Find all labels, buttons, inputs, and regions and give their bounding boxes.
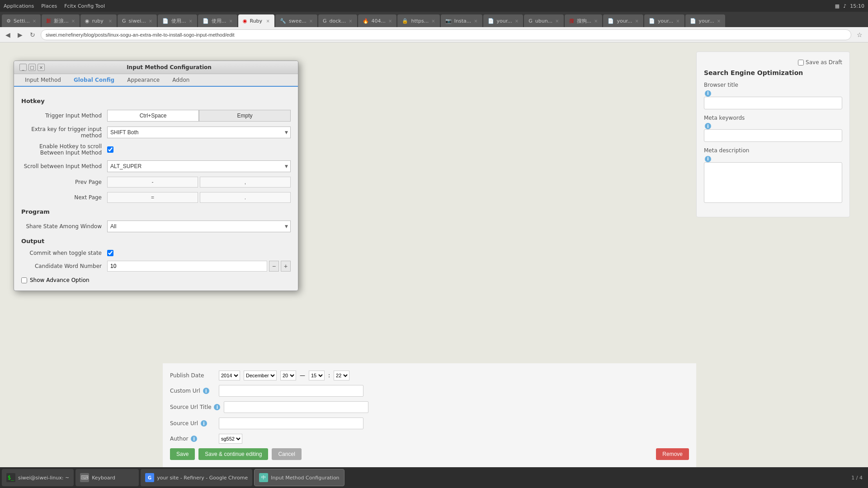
tab-addon[interactable]: Addon xyxy=(166,74,196,87)
tab-ubuntu[interactable]: G ubun... × xyxy=(524,14,563,27)
tab-close-404[interactable]: × xyxy=(388,19,392,23)
menu-places[interactable]: Places xyxy=(41,3,57,9)
address-input[interactable] xyxy=(41,29,851,40)
candidate-number-control: − + xyxy=(107,261,291,272)
tab-your4[interactable]: 📄 your... × xyxy=(685,14,726,27)
tab-label: your... xyxy=(617,18,632,24)
tab-close-sweet[interactable]: × xyxy=(309,19,313,23)
tab-ruby-active[interactable]: ◉ Ruby × xyxy=(238,14,274,27)
tab-close-your1[interactable]: × xyxy=(515,19,519,23)
browser-tabs-bar: ⚙ Setti... × 新 新浪... × ◉ ruby × G siwei.… xyxy=(0,12,868,27)
tab-favicon: 🔧 xyxy=(280,18,286,24)
commit-toggle-checkbox[interactable] xyxy=(107,250,113,256)
next-page-controls xyxy=(107,192,291,203)
refresh-button[interactable]: ↻ xyxy=(28,30,37,39)
extra-key-select[interactable]: SHIFT Both xyxy=(107,127,291,138)
tab-settings[interactable]: ⚙ Setti... × xyxy=(2,14,41,27)
tab-dock[interactable]: G dock... × xyxy=(318,14,357,27)
scroll-between-select-wrapper: ALT_SUPER xyxy=(107,160,291,172)
tab-favicon: 📄 xyxy=(690,18,696,24)
prev-page-input-2[interactable] xyxy=(200,177,291,188)
bookmark-button[interactable]: ☆ xyxy=(855,30,864,39)
tab-label: 使用... xyxy=(171,18,186,24)
tab-favicon: 🔥 xyxy=(363,18,369,24)
menu-applications[interactable]: Applications xyxy=(4,3,34,9)
scroll-between-label: Scroll between Input Method xyxy=(21,163,107,169)
tab-your1[interactable]: 📄 your... × xyxy=(483,14,524,27)
taskbar-fcitx[interactable]: 中 Input Method Configuration xyxy=(254,469,344,486)
scroll-between-row: Scroll between Input Method ALT_SUPER xyxy=(21,160,291,172)
modal-titlebar: _ □ × Input Method Configuration xyxy=(14,61,298,74)
taskbar-chrome[interactable]: G your site - Refinery - Google Chrome xyxy=(141,469,252,486)
show-advance-checkbox[interactable] xyxy=(21,277,27,283)
tab-ruby[interactable]: ◉ ruby × xyxy=(80,14,117,27)
next-page-input-2[interactable] xyxy=(200,192,291,203)
tab-close-siwei[interactable]: × xyxy=(149,19,152,23)
tab-appearance[interactable]: Appearance xyxy=(121,74,166,87)
tab-404[interactable]: 🔥 404... × xyxy=(358,14,397,27)
tab-your3[interactable]: 📄 your... × xyxy=(644,14,684,27)
tab-label: 404... xyxy=(372,18,386,24)
tab-close-ubuntu[interactable]: × xyxy=(555,19,559,23)
enable-hotkey-control xyxy=(107,146,291,153)
output-section-header: Output xyxy=(21,238,291,244)
tab-label: your... xyxy=(699,18,714,24)
scroll-between-select[interactable]: ALT_SUPER xyxy=(107,160,291,172)
tab-global-config[interactable]: Global Config xyxy=(67,74,121,87)
tab-close-insta[interactable]: × xyxy=(474,19,477,23)
prev-page-input-1[interactable] xyxy=(107,177,198,188)
tab-your2[interactable]: 📄 your... × xyxy=(603,14,643,27)
tab-sweet[interactable]: 🔧 swee... × xyxy=(275,14,317,27)
taskbar-keyboard-label: Keyboard xyxy=(92,475,115,481)
share-state-control: All xyxy=(107,221,291,232)
tab-usage2[interactable]: 📄 使用... × xyxy=(198,14,237,27)
tab-favicon: ◉ xyxy=(243,18,247,24)
tab-close-settings[interactable]: × xyxy=(33,19,36,23)
commit-toggle-row: Commit when toggle state xyxy=(21,250,291,256)
tab-close-xinlang[interactable]: × xyxy=(71,19,75,23)
modal-minimize-button[interactable]: _ xyxy=(19,64,27,71)
tab-close-your4[interactable]: × xyxy=(717,19,721,23)
candidate-number-decrement[interactable]: − xyxy=(269,261,279,272)
tab-usage1[interactable]: 📄 使用... × xyxy=(158,14,197,27)
tab-favicon: G xyxy=(528,18,533,24)
tab-close-usage2[interactable]: × xyxy=(229,19,233,23)
tab-favicon: G xyxy=(122,18,126,24)
back-button[interactable]: ◀ xyxy=(4,30,12,39)
trigger-input-method-row: Trigger Input Method Ctrl+Space Empty xyxy=(21,110,291,122)
candidate-number-input[interactable] xyxy=(107,261,267,272)
tab-favicon: ⚙ xyxy=(6,18,11,24)
share-state-select[interactable]: All xyxy=(107,221,291,232)
taskbar-top-right: ▦ ♪ 15:10 xyxy=(835,3,864,9)
tab-close-sougou[interactable]: × xyxy=(594,19,598,23)
enable-hotkey-checkbox[interactable] xyxy=(107,146,113,153)
tab-insta[interactable]: 📷 Insta... × xyxy=(441,14,482,27)
tab-siwei[interactable]: G siwei... × xyxy=(118,14,157,27)
tab-close-ruby[interactable]: × xyxy=(108,19,112,23)
tab-https[interactable]: 🔒 https... × xyxy=(397,14,439,27)
tab-close-https[interactable]: × xyxy=(431,19,435,23)
forward-button[interactable]: ▶ xyxy=(16,30,24,39)
modal-dialog: _ □ × Input Method Configuration Input M… xyxy=(14,61,298,291)
menu-fcitx-config-tool[interactable]: Fcitx Config Tool xyxy=(64,3,105,9)
ctrl-space-button[interactable]: Ctrl+Space xyxy=(107,110,199,122)
hotkey-section-header: Hotkey xyxy=(21,98,291,104)
tab-close-your3[interactable]: × xyxy=(676,19,679,23)
tab-xinlang[interactable]: 新 新浪... × xyxy=(42,14,80,27)
modal-maximize-button[interactable]: □ xyxy=(28,64,36,71)
next-page-input-1[interactable] xyxy=(107,192,198,203)
tab-close-ruby-active[interactable]: × xyxy=(266,19,270,23)
tab-favicon: G xyxy=(323,18,327,24)
tab-close-your2[interactable]: × xyxy=(635,19,639,23)
tab-sougou[interactable]: 搜 搜狗... × xyxy=(565,14,603,27)
taskbar-terminal[interactable]: $_ siwei@siwei-linux: ~ xyxy=(2,469,74,486)
modal-close-button[interactable]: × xyxy=(38,64,45,71)
taskbar-keyboard[interactable]: ⌨ Keyboard xyxy=(75,469,139,486)
candidate-number-increment[interactable]: + xyxy=(281,261,291,272)
empty-button[interactable]: Empty xyxy=(199,110,291,122)
trigger-btn-group: Ctrl+Space Empty xyxy=(107,110,291,122)
tab-close-dock[interactable]: × xyxy=(349,19,352,23)
tab-label: Ruby xyxy=(250,18,263,24)
tab-input-method[interactable]: Input Method xyxy=(19,74,67,87)
tab-close-usage1[interactable]: × xyxy=(189,19,193,23)
